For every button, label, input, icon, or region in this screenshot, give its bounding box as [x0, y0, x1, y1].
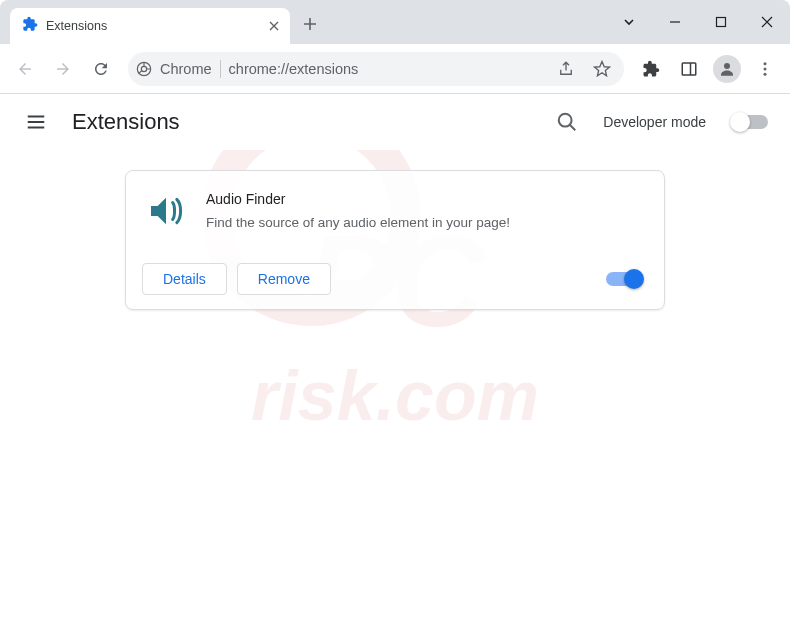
- toggle-knob: [730, 112, 750, 132]
- extension-description: Find the source of any audio element in …: [206, 213, 644, 233]
- share-button[interactable]: [552, 55, 580, 83]
- svg-rect-3: [682, 63, 696, 75]
- omnibox-prefix: Chrome: [136, 60, 221, 78]
- menu-button[interactable]: [748, 52, 782, 86]
- svg-point-7: [764, 67, 767, 70]
- svg-point-6: [764, 62, 767, 65]
- back-button[interactable]: [8, 52, 42, 86]
- avatar: [713, 55, 741, 83]
- close-window-button[interactable]: [744, 0, 790, 44]
- page-title: Extensions: [72, 109, 180, 135]
- toggle-knob-on: [624, 269, 644, 289]
- profile-button[interactable]: [710, 52, 744, 86]
- address-bar[interactable]: Chrome chrome://extensions: [128, 52, 624, 86]
- omnibox-url: chrome://extensions: [229, 61, 544, 77]
- omnibox-scheme: Chrome: [160, 61, 212, 77]
- puzzle-icon: [22, 16, 38, 36]
- forward-button[interactable]: [46, 52, 80, 86]
- chrome-icon: [136, 61, 152, 77]
- extension-enable-toggle[interactable]: [606, 272, 642, 286]
- extensions-toolbar-button[interactable]: [634, 52, 668, 86]
- hamburger-menu-button[interactable]: [16, 102, 56, 142]
- remove-button[interactable]: Remove: [237, 263, 331, 295]
- developer-mode-toggle[interactable]: [732, 115, 768, 129]
- tab-title: Extensions: [46, 19, 258, 33]
- details-button[interactable]: Details: [142, 263, 227, 295]
- svg-point-8: [764, 72, 767, 75]
- speaker-icon: [146, 191, 186, 231]
- maximize-button[interactable]: [698, 0, 744, 44]
- omnibox-divider: [220, 60, 221, 78]
- reload-button[interactable]: [84, 52, 118, 86]
- window-controls: [606, 0, 790, 44]
- bookmark-button[interactable]: [588, 55, 616, 83]
- browser-tab[interactable]: Extensions: [10, 8, 290, 44]
- search-button[interactable]: [547, 102, 587, 142]
- svg-rect-0: [717, 18, 726, 27]
- extension-name: Audio Finder: [206, 191, 644, 207]
- svg-point-5: [724, 63, 730, 69]
- new-tab-button[interactable]: [296, 10, 324, 38]
- developer-mode-label: Developer mode: [603, 114, 706, 130]
- side-panel-button[interactable]: [672, 52, 706, 86]
- window-titlebar: Extensions: [0, 0, 790, 44]
- content-area: Audio Finder Find the source of any audi…: [0, 150, 790, 330]
- svg-point-9: [559, 114, 572, 127]
- extension-card: Audio Finder Find the source of any audi…: [125, 170, 665, 310]
- close-tab-button[interactable]: [266, 18, 282, 34]
- extensions-header: Extensions Developer mode: [0, 94, 790, 150]
- minimize-button[interactable]: [652, 0, 698, 44]
- address-bar-row: Chrome chrome://extensions: [0, 44, 790, 94]
- tab-search-button[interactable]: [606, 0, 652, 44]
